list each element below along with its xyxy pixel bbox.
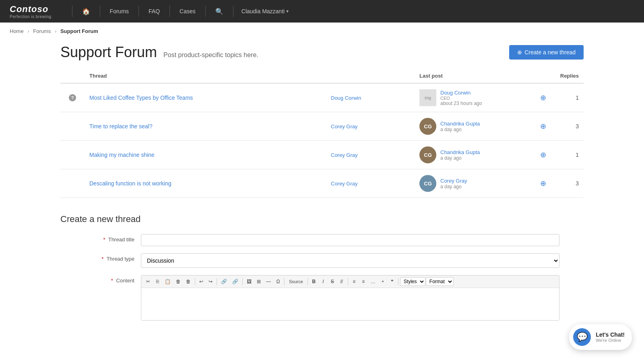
last-post-cell: CG Corey Gray a day ago [415, 169, 535, 198]
toolbar-undo[interactable]: ↩ [197, 277, 206, 286]
toolbar-table[interactable]: ⊞ [254, 277, 263, 286]
col-header-last-post: Last post [415, 69, 535, 83]
thread-title-cell: Most Liked Coffee Types by Office Teams [85, 83, 326, 112]
thread-author[interactable]: Corey Gray [331, 152, 357, 158]
toolbar-italic[interactable]: I [319, 277, 328, 286]
thread-link[interactable]: Time to replace the seal? [89, 123, 153, 130]
required-star-type: * [101, 256, 103, 262]
toolbar-delete[interactable]: 🗑 [173, 277, 183, 286]
col-header-thread: Thread [85, 69, 326, 83]
subscribe-cell: ⊕ [535, 141, 551, 169]
nav-divider-1 [72, 6, 72, 17]
create-thread-section: Create a new thread * Thread title * Thr… [60, 214, 584, 321]
toolbar-ul[interactable]: ≡ [359, 277, 368, 286]
toolbar-sep-3 [242, 278, 243, 285]
forum-header: Support Forum Post product-specific topi… [60, 44, 584, 61]
subscribe-icon[interactable]: ⊕ [540, 94, 546, 102]
create-thread-button[interactable]: ⊕ Create a new thread [509, 45, 584, 60]
last-post-role: CEO [440, 96, 482, 101]
toolbar-link[interactable]: 🔗 [219, 277, 229, 286]
toolbar-sep-5 [308, 278, 308, 285]
avatar: CG [419, 175, 436, 192]
navbar: Contoso Perfection is brewing. 🏠 Forums … [0, 0, 644, 23]
col-header-empty [326, 69, 415, 83]
subscribe-icon[interactable]: ⊕ [540, 122, 546, 130]
last-post-info: Doug Corwin CEO about 23 hours ago [440, 90, 482, 106]
thread-type-select[interactable]: Discussion Question Announcement [141, 253, 559, 268]
thread-icon-cell [60, 169, 85, 198]
toolbar-bold[interactable]: B [310, 277, 318, 286]
breadcrumb-forums[interactable]: Forums [33, 28, 51, 34]
thread-author-cell: Corey Gray [326, 169, 415, 198]
avatar: CG [419, 146, 436, 163]
toolbar-copy[interactable]: ⎘ [153, 277, 162, 286]
toolbar-redo[interactable]: ↪ [206, 277, 215, 286]
last-post-time: about 23 hours ago [440, 101, 482, 106]
replies-cell: 1 [551, 141, 584, 169]
last-post-time: a day ago [440, 184, 467, 189]
brand-logo[interactable]: Contoso Perfection is brewing. [10, 4, 53, 19]
user-menu[interactable]: Claudia Mazzanti [242, 8, 285, 14]
thread-author[interactable]: Doug Corwin [331, 95, 361, 101]
toolbar-image[interactable]: 🖼 [244, 277, 254, 286]
thread-author[interactable]: Corey Gray [331, 181, 357, 187]
nav-divider-5 [205, 6, 206, 17]
subscribe-icon[interactable]: ⊕ [540, 179, 546, 187]
toolbar-styles-select[interactable]: Styles [400, 277, 425, 286]
last-post-info: Chandrika Gupta a day ago [440, 149, 480, 161]
toolbar-strike[interactable]: S [328, 277, 337, 286]
thread-link[interactable]: Descaling function is not working [89, 180, 171, 187]
thread-author[interactable]: Corey Gray [331, 123, 357, 130]
col-header-subscribe [535, 69, 551, 83]
thread-link[interactable]: Most Liked Coffee Types by Office Teams [89, 95, 193, 101]
user-dropdown-icon[interactable]: ▾ [286, 8, 289, 14]
form-row-content: * Content ✂ ⎘ 📋 🗑 🗑 ↩ ↪ 🔗 🔗 🖼 [60, 275, 584, 321]
breadcrumb: Home › Forums › Support Forum [0, 23, 644, 40]
toolbar-ol[interactable]: ≡ [350, 277, 359, 286]
toolbar-paste[interactable]: 📋 [162, 277, 173, 286]
toolbar-blockquote[interactable]: ❝ [388, 277, 396, 286]
toolbar-italic2[interactable]: I/ [337, 277, 346, 286]
subscribe-icon[interactable]: ⊕ [540, 151, 546, 159]
breadcrumb-sep-2: › [55, 28, 56, 34]
nav-faq[interactable]: FAQ [145, 8, 163, 14]
nav-forums[interactable]: Forums [107, 8, 132, 14]
thread-title-input[interactable] [141, 234, 559, 246]
toolbar-outdent[interactable]: ⁌ [378, 277, 387, 286]
form-row-thread-type: * Thread type Discussion Question Announ… [60, 253, 584, 268]
search-icon[interactable]: 🔍 [212, 8, 227, 15]
editor-body[interactable] [141, 288, 559, 320]
toolbar-sep-1 [195, 278, 195, 285]
chat-bubble-icon: 💬 [577, 332, 588, 342]
thread-icon-cell: ? [60, 83, 85, 112]
nav-divider-3 [138, 6, 139, 17]
last-post-name[interactable]: Doug Corwin [440, 90, 482, 96]
thread-icon-cell [60, 141, 85, 169]
toolbar-source[interactable]: Source [286, 278, 306, 286]
toolbar-indent[interactable]: … [368, 277, 378, 286]
chat-widget[interactable]: 💬 Let's Chat! We're Online [569, 324, 632, 344]
toolbar-special-char[interactable]: Ω [274, 277, 283, 286]
table-row: Descaling function is not working Corey … [60, 169, 584, 198]
replies-cell: 3 [551, 112, 584, 141]
replies-cell: 3 [551, 169, 584, 198]
thread-title-cell: Time to replace the seal? [85, 112, 326, 141]
thread-link[interactable]: Making my machine shine [89, 152, 155, 158]
last-post-name[interactable]: Chandrika Gupta [440, 149, 480, 155]
home-icon[interactable]: 🏠 [79, 8, 93, 15]
toolbar-sep-2 [217, 278, 217, 285]
toolbar-delete2[interactable]: 🗑 [184, 277, 193, 286]
toolbar-hr[interactable]: — [264, 277, 273, 286]
breadcrumb-home[interactable]: Home [10, 28, 24, 34]
chat-subtitle: We're Online [596, 338, 625, 343]
table-row: Time to replace the seal? Corey Gray CG … [60, 112, 584, 141]
form-row-thread-title: * Thread title [60, 234, 584, 246]
last-post-name[interactable]: Corey Gray [440, 178, 467, 184]
nav-cases[interactable]: Cases [176, 8, 199, 14]
toolbar-unlink[interactable]: 🔗 [230, 277, 241, 286]
toolbar-format-select[interactable]: Format [426, 277, 454, 286]
last-post-time: a day ago [440, 127, 480, 132]
toolbar-cut[interactable]: ✂ [144, 277, 153, 286]
last-post-name[interactable]: Chandrika Gupta [440, 121, 480, 127]
breadcrumb-current: Support Forum [60, 28, 98, 34]
